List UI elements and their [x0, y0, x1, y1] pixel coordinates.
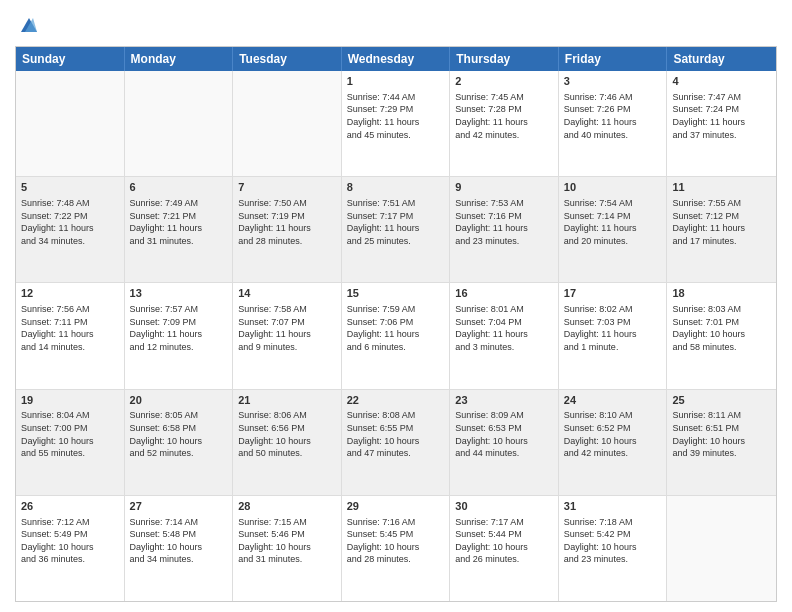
- calendar-cell-day-27: 27Sunrise: 7:14 AM Sunset: 5:48 PM Dayli…: [125, 496, 234, 601]
- day-number: 26: [21, 499, 119, 514]
- weekday-header-saturday: Saturday: [667, 47, 776, 71]
- day-number: 25: [672, 393, 771, 408]
- calendar-cell-empty: [667, 496, 776, 601]
- cell-text: Sunrise: 8:05 AM Sunset: 6:58 PM Dayligh…: [130, 409, 228, 459]
- day-number: 5: [21, 180, 119, 195]
- day-number: 20: [130, 393, 228, 408]
- calendar-row-2: 12Sunrise: 7:56 AM Sunset: 7:11 PM Dayli…: [16, 282, 776, 388]
- day-number: 11: [672, 180, 771, 195]
- calendar-cell-day-10: 10Sunrise: 7:54 AM Sunset: 7:14 PM Dayli…: [559, 177, 668, 282]
- day-number: 14: [238, 286, 336, 301]
- day-number: 16: [455, 286, 553, 301]
- calendar-cell-day-18: 18Sunrise: 8:03 AM Sunset: 7:01 PM Dayli…: [667, 283, 776, 388]
- cell-text: Sunrise: 8:08 AM Sunset: 6:55 PM Dayligh…: [347, 409, 445, 459]
- calendar-cell-day-4: 4Sunrise: 7:47 AM Sunset: 7:24 PM Daylig…: [667, 71, 776, 176]
- calendar-cell-day-5: 5Sunrise: 7:48 AM Sunset: 7:22 PM Daylig…: [16, 177, 125, 282]
- calendar-cell-day-6: 6Sunrise: 7:49 AM Sunset: 7:21 PM Daylig…: [125, 177, 234, 282]
- day-number: 8: [347, 180, 445, 195]
- day-number: 2: [455, 74, 553, 89]
- calendar-cell-day-15: 15Sunrise: 7:59 AM Sunset: 7:06 PM Dayli…: [342, 283, 451, 388]
- calendar-cell-day-29: 29Sunrise: 7:16 AM Sunset: 5:45 PM Dayli…: [342, 496, 451, 601]
- cell-text: Sunrise: 7:16 AM Sunset: 5:45 PM Dayligh…: [347, 516, 445, 566]
- day-number: 6: [130, 180, 228, 195]
- weekday-header-monday: Monday: [125, 47, 234, 71]
- weekday-header-thursday: Thursday: [450, 47, 559, 71]
- cell-text: Sunrise: 7:18 AM Sunset: 5:42 PM Dayligh…: [564, 516, 662, 566]
- calendar-cell-empty: [16, 71, 125, 176]
- cell-text: Sunrise: 7:51 AM Sunset: 7:17 PM Dayligh…: [347, 197, 445, 247]
- day-number: 1: [347, 74, 445, 89]
- day-number: 18: [672, 286, 771, 301]
- cell-text: Sunrise: 8:10 AM Sunset: 6:52 PM Dayligh…: [564, 409, 662, 459]
- weekday-header-friday: Friday: [559, 47, 668, 71]
- day-number: 7: [238, 180, 336, 195]
- day-number: 19: [21, 393, 119, 408]
- calendar-cell-day-28: 28Sunrise: 7:15 AM Sunset: 5:46 PM Dayli…: [233, 496, 342, 601]
- day-number: 9: [455, 180, 553, 195]
- cell-text: Sunrise: 7:12 AM Sunset: 5:49 PM Dayligh…: [21, 516, 119, 566]
- weekday-header-sunday: Sunday: [16, 47, 125, 71]
- cell-text: Sunrise: 7:57 AM Sunset: 7:09 PM Dayligh…: [130, 303, 228, 353]
- calendar-cell-day-20: 20Sunrise: 8:05 AM Sunset: 6:58 PM Dayli…: [125, 390, 234, 495]
- cell-text: Sunrise: 8:06 AM Sunset: 6:56 PM Dayligh…: [238, 409, 336, 459]
- cell-text: Sunrise: 7:50 AM Sunset: 7:19 PM Dayligh…: [238, 197, 336, 247]
- calendar-cell-day-7: 7Sunrise: 7:50 AM Sunset: 7:19 PM Daylig…: [233, 177, 342, 282]
- cell-text: Sunrise: 7:53 AM Sunset: 7:16 PM Dayligh…: [455, 197, 553, 247]
- calendar-cell-day-24: 24Sunrise: 8:10 AM Sunset: 6:52 PM Dayli…: [559, 390, 668, 495]
- calendar-cell-day-2: 2Sunrise: 7:45 AM Sunset: 7:28 PM Daylig…: [450, 71, 559, 176]
- calendar-cell-day-8: 8Sunrise: 7:51 AM Sunset: 7:17 PM Daylig…: [342, 177, 451, 282]
- calendar-cell-day-13: 13Sunrise: 7:57 AM Sunset: 7:09 PM Dayli…: [125, 283, 234, 388]
- calendar-cell-day-17: 17Sunrise: 8:02 AM Sunset: 7:03 PM Dayli…: [559, 283, 668, 388]
- logo-icon: [17, 14, 41, 38]
- weekday-header-tuesday: Tuesday: [233, 47, 342, 71]
- calendar-row-3: 19Sunrise: 8:04 AM Sunset: 7:00 PM Dayli…: [16, 389, 776, 495]
- cell-text: Sunrise: 7:59 AM Sunset: 7:06 PM Dayligh…: [347, 303, 445, 353]
- day-number: 28: [238, 499, 336, 514]
- day-number: 30: [455, 499, 553, 514]
- day-number: 10: [564, 180, 662, 195]
- day-number: 22: [347, 393, 445, 408]
- cell-text: Sunrise: 7:56 AM Sunset: 7:11 PM Dayligh…: [21, 303, 119, 353]
- calendar-body: 1Sunrise: 7:44 AM Sunset: 7:29 PM Daylig…: [16, 71, 776, 601]
- calendar-cell-day-25: 25Sunrise: 8:11 AM Sunset: 6:51 PM Dayli…: [667, 390, 776, 495]
- cell-text: Sunrise: 8:02 AM Sunset: 7:03 PM Dayligh…: [564, 303, 662, 353]
- day-number: 29: [347, 499, 445, 514]
- cell-text: Sunrise: 7:58 AM Sunset: 7:07 PM Dayligh…: [238, 303, 336, 353]
- day-number: 27: [130, 499, 228, 514]
- cell-text: Sunrise: 8:09 AM Sunset: 6:53 PM Dayligh…: [455, 409, 553, 459]
- calendar-cell-day-30: 30Sunrise: 7:17 AM Sunset: 5:44 PM Dayli…: [450, 496, 559, 601]
- cell-text: Sunrise: 7:46 AM Sunset: 7:26 PM Dayligh…: [564, 91, 662, 141]
- calendar-cell-day-22: 22Sunrise: 8:08 AM Sunset: 6:55 PM Dayli…: [342, 390, 451, 495]
- cell-text: Sunrise: 7:49 AM Sunset: 7:21 PM Dayligh…: [130, 197, 228, 247]
- day-number: 23: [455, 393, 553, 408]
- calendar-header: SundayMondayTuesdayWednesdayThursdayFrid…: [16, 47, 776, 71]
- day-number: 12: [21, 286, 119, 301]
- cell-text: Sunrise: 7:15 AM Sunset: 5:46 PM Dayligh…: [238, 516, 336, 566]
- calendar-cell-day-1: 1Sunrise: 7:44 AM Sunset: 7:29 PM Daylig…: [342, 71, 451, 176]
- calendar-cell-day-14: 14Sunrise: 7:58 AM Sunset: 7:07 PM Dayli…: [233, 283, 342, 388]
- calendar-row-1: 5Sunrise: 7:48 AM Sunset: 7:22 PM Daylig…: [16, 176, 776, 282]
- cell-text: Sunrise: 7:45 AM Sunset: 7:28 PM Dayligh…: [455, 91, 553, 141]
- calendar-cell-day-9: 9Sunrise: 7:53 AM Sunset: 7:16 PM Daylig…: [450, 177, 559, 282]
- day-number: 21: [238, 393, 336, 408]
- calendar-cell-day-12: 12Sunrise: 7:56 AM Sunset: 7:11 PM Dayli…: [16, 283, 125, 388]
- logo: [15, 14, 41, 38]
- cell-text: Sunrise: 7:17 AM Sunset: 5:44 PM Dayligh…: [455, 516, 553, 566]
- cell-text: Sunrise: 7:55 AM Sunset: 7:12 PM Dayligh…: [672, 197, 771, 247]
- cell-text: Sunrise: 7:14 AM Sunset: 5:48 PM Dayligh…: [130, 516, 228, 566]
- calendar-cell-empty: [125, 71, 234, 176]
- page: SundayMondayTuesdayWednesdayThursdayFrid…: [0, 0, 792, 612]
- weekday-header-wednesday: Wednesday: [342, 47, 451, 71]
- day-number: 24: [564, 393, 662, 408]
- calendar-cell-day-21: 21Sunrise: 8:06 AM Sunset: 6:56 PM Dayli…: [233, 390, 342, 495]
- cell-text: Sunrise: 7:44 AM Sunset: 7:29 PM Dayligh…: [347, 91, 445, 141]
- calendar-cell-day-11: 11Sunrise: 7:55 AM Sunset: 7:12 PM Dayli…: [667, 177, 776, 282]
- cell-text: Sunrise: 8:04 AM Sunset: 7:00 PM Dayligh…: [21, 409, 119, 459]
- calendar-cell-day-3: 3Sunrise: 7:46 AM Sunset: 7:26 PM Daylig…: [559, 71, 668, 176]
- calendar-cell-day-31: 31Sunrise: 7:18 AM Sunset: 5:42 PM Dayli…: [559, 496, 668, 601]
- cell-text: Sunrise: 7:47 AM Sunset: 7:24 PM Dayligh…: [672, 91, 771, 141]
- calendar-cell-day-19: 19Sunrise: 8:04 AM Sunset: 7:00 PM Dayli…: [16, 390, 125, 495]
- cell-text: Sunrise: 8:11 AM Sunset: 6:51 PM Dayligh…: [672, 409, 771, 459]
- calendar-cell-empty: [233, 71, 342, 176]
- calendar-cell-day-16: 16Sunrise: 8:01 AM Sunset: 7:04 PM Dayli…: [450, 283, 559, 388]
